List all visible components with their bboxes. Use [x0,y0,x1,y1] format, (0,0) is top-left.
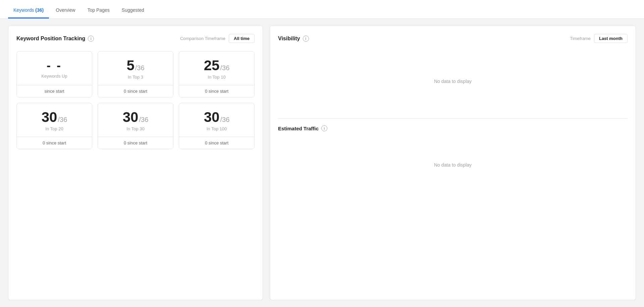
visibility-panel: Visibility i Timeframe Last month No dat… [270,26,636,300]
traffic-no-data: No data to display [434,149,472,181]
stat-sublabel-in-top-10: In Top 10 [208,75,225,80]
stat-card-body-in-top-3: 5/36 In Top 3 [98,51,173,85]
tab-keywords[interactable]: Keywords (36) [8,7,49,18]
stat-denominator-in-top-100: /36 [220,116,229,123]
stat-card-in-top-3: 5/36 In Top 3 0 since start [98,51,173,97]
timeframe-label: Timeframe [570,36,591,41]
stat-value-in-top-10: 25/36 [204,58,230,73]
left-panel-title: Keyword Position Tracking i [16,36,94,42]
stat-denominator-in-top-20: /36 [58,116,67,123]
all-time-button[interactable]: All time [229,34,255,43]
stat-number-in-top-100: 30 [204,110,220,124]
estimated-traffic-title-text: Estimated Traffic [278,126,319,131]
stat-value-in-top-30: 30/36 [123,110,149,124]
section-divider [278,118,628,119]
comparison-timeframe-label: Comparison Timeframe [180,36,225,41]
main-content: Keyword Position Tracking i Comparison T… [0,19,644,307]
stat-value-in-top-100: 30/36 [204,110,230,124]
estimated-traffic-info-icon[interactable]: i [321,125,327,131]
left-panel-header: Keyword Position Tracking i Comparison T… [16,34,255,43]
stat-number-in-top-3: 5 [126,58,134,73]
stats-grid: - - Keywords Up since start 5/36 In Top … [16,51,255,149]
stat-card-body-keywords-up: - - Keywords Up [17,51,92,85]
stat-value-in-top-3: 5/36 [126,58,144,73]
stat-card-in-top-10: 25/36 In Top 10 0 since start [179,51,255,97]
keyword-tracking-info-icon[interactable]: i [88,36,94,42]
tab-top-pages[interactable]: Top Pages [82,7,115,18]
stat-card-in-top-30: 30/36 In Top 30 0 since start [98,103,173,149]
tab-suggested[interactable]: Suggested [116,7,150,18]
stat-card-footer-in-top-20: 0 since start [17,137,92,149]
stat-card-body-in-top-10: 25/36 In Top 10 [179,51,254,85]
stat-card-footer-in-top-10: 0 since start [179,85,254,97]
right-panel-controls: Timeframe Last month [570,34,628,43]
stat-card-in-top-20: 30/36 In Top 20 0 since start [16,103,92,149]
stat-card-footer-in-top-100: 0 since start [179,137,254,149]
tab-overview[interactable]: Overview [50,7,80,18]
stat-value-keywords-up: - - [47,59,62,72]
stat-card-keywords-up: - - Keywords Up since start [16,51,92,97]
stat-denominator-in-top-10: /36 [220,64,229,71]
right-panel-header: Visibility i Timeframe Last month [278,34,628,43]
stat-dashes-keywords-up: - - [47,59,62,72]
stat-card-footer-in-top-3: 0 since start [98,85,173,97]
visibility-chart-area: No data to display [278,51,628,112]
visibility-info-icon[interactable]: i [303,36,309,42]
visibility-title-text: Visibility [278,36,300,42]
left-panel-controls: Comparison Timeframe All time [180,34,255,43]
stat-sublabel-in-top-30: In Top 30 [126,126,144,131]
visibility-title: Visibility i [278,36,309,42]
stat-card-body-in-top-20: 30/36 In Top 20 [17,103,92,137]
stat-number-in-top-10: 25 [204,58,220,73]
stat-value-in-top-20: 30/36 [42,110,67,124]
stat-denominator-in-top-30: /36 [139,116,148,123]
last-month-button[interactable]: Last month [594,34,628,43]
stat-denominator-in-top-3: /36 [135,64,145,71]
stat-sublabel-in-top-100: In Top 100 [207,126,227,131]
estimated-traffic-title: Estimated Traffic i [278,125,628,131]
stat-card-footer-in-top-30: 0 since start [98,137,173,149]
stat-number-in-top-20: 30 [42,110,57,124]
stat-card-body-in-top-100: 30/36 In Top 100 [179,103,254,137]
stat-card-in-top-100: 30/36 In Top 100 0 since start [179,103,255,149]
stat-sublabel-keywords-up: Keywords Up [41,74,67,79]
stat-card-footer-keywords-up: since start [17,85,92,97]
tab-count-keywords: (36) [35,7,44,13]
stat-number-in-top-30: 30 [123,110,139,124]
visibility-no-data: No data to display [434,65,472,97]
top-navigation: Keywords (36)OverviewTop PagesSuggested [0,0,644,19]
stat-sublabel-in-top-3: In Top 3 [128,75,143,80]
traffic-chart-area: No data to display [278,138,628,192]
stat-card-body-in-top-30: 30/36 In Top 30 [98,103,173,137]
keyword-tracking-title-text: Keyword Position Tracking [16,36,85,42]
stat-sublabel-in-top-20: In Top 20 [45,126,63,131]
keyword-position-tracking-panel: Keyword Position Tracking i Comparison T… [8,26,263,300]
